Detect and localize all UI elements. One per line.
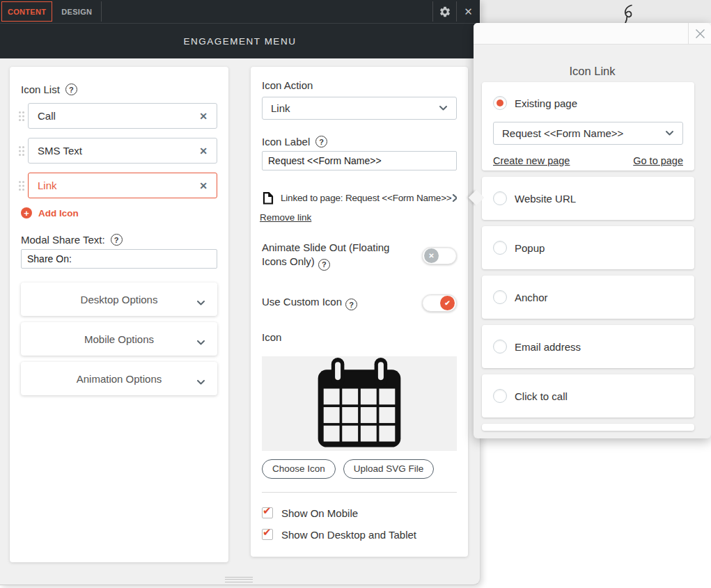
show-on-mobile-checkbox[interactable]: ✔ <box>262 507 273 518</box>
radio-icon[interactable] <box>493 241 507 255</box>
icon-list-row-call: Call ✕ <box>28 103 217 129</box>
chevron-down-icon <box>196 336 205 349</box>
radio-label: Existing page <box>515 97 577 109</box>
radio-icon[interactable] <box>493 389 507 403</box>
partial-card <box>482 424 694 431</box>
animate-slide-label: Animate Slide Out (Floating Icons Only)? <box>262 241 405 271</box>
resize-handle[interactable] <box>225 577 253 582</box>
remove-icon-button[interactable]: ✕ <box>199 180 208 191</box>
icon-action-heading-text: Icon Action <box>262 79 313 91</box>
remove-link[interactable]: Remove link <box>260 212 311 223</box>
icon-item-label: Link <box>38 180 57 191</box>
modal-close-button[interactable] <box>688 23 711 45</box>
link-option-anchor[interactable]: Anchor <box>482 276 694 319</box>
desktop-options-section[interactable]: Desktop Options <box>21 283 217 316</box>
use-custom-icon-label-text: Use Custom Icon <box>262 296 342 308</box>
show-on-mobile-label: Show On Mobile <box>281 507 358 519</box>
engagement-menu-editor: CONTENT DESIGN ✕ ENGAGEMENT MENU Icon Li… <box>0 0 480 585</box>
icon-label-heading-text: Icon Label <box>262 136 310 148</box>
icon-action-select[interactable]: Link <box>262 97 457 120</box>
add-icon-button[interactable]: + Add Icon <box>21 207 217 218</box>
radio-icon[interactable] <box>493 340 507 353</box>
editor-titlebar: ENGAGEMENT MENU <box>0 23 480 58</box>
mobile-options-label: Mobile Options <box>84 333 154 345</box>
drag-handle-icon[interactable] <box>19 146 21 148</box>
icon-label-input[interactable] <box>262 151 457 170</box>
choose-icon-button[interactable]: Choose Icon <box>262 459 336 479</box>
chevron-down-icon <box>439 105 448 111</box>
divider <box>262 492 457 493</box>
animate-slide-toggle[interactable]: ✕ <box>422 247 457 264</box>
radio-selected-icon[interactable] <box>493 96 507 110</box>
radio-label: Click to call <box>515 390 568 402</box>
linked-page-row[interactable]: Linked to page: Request <<Form Name>> <box>262 191 457 205</box>
icon-item-call[interactable]: Call ✕ <box>28 103 217 129</box>
check-icon: ✔ <box>263 526 272 539</box>
animation-options-label: Animation Options <box>77 373 162 385</box>
calendar-icon <box>316 358 403 449</box>
existing-page-select[interactable]: Request <<Form Name>> <box>493 122 683 145</box>
link-option-website-url[interactable]: Website URL <box>482 177 694 220</box>
help-icon[interactable]: ? <box>65 84 77 95</box>
tab-content-label: CONTENT <box>8 8 46 16</box>
icon-list-heading-text: Icon List <box>21 84 60 95</box>
modal-share-input[interactable] <box>21 249 217 269</box>
modal-share-heading-text: Modal Share Text: <box>21 234 105 246</box>
radio-icon[interactable] <box>493 290 507 304</box>
existing-page-select-value: Request <<Form Name>> <box>502 127 623 139</box>
toggle-knob-on: ✔ <box>440 296 455 310</box>
animation-options-section[interactable]: Animation Options <box>21 362 217 395</box>
link-option-popup[interactable]: Popup <box>482 226 694 269</box>
help-icon[interactable]: ? <box>318 259 330 271</box>
icon-list-row-link: Link ✕ <box>28 173 217 198</box>
use-custom-icon-toggle[interactable]: ✔ <box>422 294 457 312</box>
icon-list-row-sms: SMS Text ✕ <box>28 138 217 164</box>
animate-slide-row: Animate Slide Out (Floating Icons Only)?… <box>262 241 457 271</box>
existing-page-links: Create new page Go to page <box>493 155 683 166</box>
page-title: ENGAGEMENT MENU <box>184 36 297 47</box>
editor-tabbar: CONTENT DESIGN ✕ <box>0 0 480 23</box>
add-icon-label: Add Icon <box>38 208 79 218</box>
drag-handle-icon[interactable] <box>19 181 21 183</box>
icon-preview-box <box>262 356 457 451</box>
icon-item-label: Call <box>38 110 56 122</box>
radio-label: Popup <box>515 242 545 254</box>
icon-action-heading: Icon Action <box>262 79 457 91</box>
chevron-down-icon <box>196 376 205 388</box>
create-new-page-link[interactable]: Create new page <box>493 155 570 166</box>
radio-label: Email address <box>515 341 581 353</box>
upload-svg-button[interactable]: Upload SVG File <box>343 459 435 479</box>
close-icon: ✕ <box>464 6 473 18</box>
remove-icon-button[interactable]: ✕ <box>199 111 208 122</box>
help-icon[interactable]: ? <box>315 136 327 148</box>
show-on-desktop-row: ✔ Show On Desktop and Tablet <box>262 529 457 541</box>
icon-item-link[interactable]: Link ✕ <box>28 173 217 198</box>
icon-preview-heading-text: Icon <box>262 331 281 343</box>
tab-content[interactable]: CONTENT <box>1 1 52 22</box>
drag-handle-icon[interactable] <box>19 111 21 113</box>
tabbar-spacer <box>102 0 432 23</box>
plus-icon: + <box>21 207 32 218</box>
modal-share-heading: Modal Share Text: ? <box>21 234 217 246</box>
settings-button[interactable] <box>432 1 456 22</box>
go-to-page-link[interactable]: Go to page <box>633 155 683 166</box>
help-icon[interactable]: ? <box>111 234 123 246</box>
chevron-down-icon <box>665 130 674 136</box>
chevron-right-icon <box>452 193 457 202</box>
remove-icon-button[interactable]: ✕ <box>199 145 208 157</box>
page-icon <box>262 191 274 205</box>
icon-settings-panel: Icon Action Link Icon Label ? Linked to … <box>251 67 468 557</box>
show-on-desktop-checkbox[interactable]: ✔ <box>262 529 273 540</box>
radio-icon[interactable] <box>493 191 507 205</box>
link-option-click-to-call[interactable]: Click to call <box>482 374 694 418</box>
link-option-email-address[interactable]: Email address <box>482 325 694 368</box>
icon-preview-heading: Icon <box>262 331 457 343</box>
tab-design[interactable]: DESIGN <box>52 1 102 22</box>
mobile-options-section[interactable]: Mobile Options <box>21 322 217 356</box>
gear-icon <box>439 6 451 18</box>
existing-page-radio-row[interactable]: Existing page <box>493 96 683 110</box>
close-editor-button[interactable]: ✕ <box>456 1 480 22</box>
icon-item-sms[interactable]: SMS Text ✕ <box>28 138 217 164</box>
icon-link-modal: Icon Link Existing page Request <<Form N… <box>474 23 711 438</box>
help-icon[interactable]: ? <box>345 299 357 310</box>
